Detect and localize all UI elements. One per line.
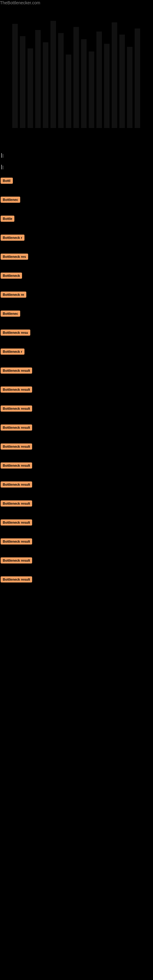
- bottleneck-list: BottlBottlenecBottleBottleneck rBottlene…: [0, 174, 153, 592]
- bottleneck-badge[interactable]: Bottle: [1, 216, 14, 222]
- bottleneck-badge[interactable]: Bottlenec: [1, 310, 20, 317]
- bottleneck-badge[interactable]: Bottleneck result: [1, 368, 32, 374]
- row-spacer: [0, 472, 153, 478]
- row-spacer: [0, 567, 153, 573]
- bottleneck-badge[interactable]: Bottleneck result: [1, 576, 32, 582]
- list-item: Bottleneck r: [0, 231, 153, 244]
- bottleneck-badge[interactable]: Bottleneck result: [1, 557, 32, 563]
- svg-rect-11: [89, 51, 94, 128]
- svg-rect-6: [51, 21, 56, 128]
- row-spacer: [0, 586, 153, 592]
- svg-rect-2: [20, 36, 26, 128]
- list-item: Bottleneck res: [0, 250, 153, 263]
- cursor-line-1: |: [1, 153, 3, 158]
- list-item: Bottleneck result: [0, 573, 153, 586]
- bottleneck-badge[interactable]: Bottleneck r: [1, 235, 24, 241]
- row-spacer: [0, 188, 153, 193]
- row-spacer: [0, 434, 153, 440]
- row-spacer: [0, 244, 153, 250]
- list-item: Bottleneck re: [0, 288, 153, 301]
- list-item: Bottl: [0, 174, 153, 188]
- svg-rect-5: [43, 42, 48, 128]
- bottleneck-badge[interactable]: Bottleneck result: [1, 406, 32, 412]
- list-item: Bottleneck result: [0, 535, 153, 548]
- list-item: Bottleneck r: [0, 345, 153, 358]
- row-spacer: [0, 320, 153, 326]
- svg-rect-10: [81, 39, 87, 128]
- bottleneck-badge[interactable]: Bottl: [1, 178, 13, 184]
- row-spacer: [0, 491, 153, 497]
- bottleneck-badge[interactable]: Bottleneck r: [1, 348, 24, 355]
- bottleneck-badge[interactable]: Bottleneck result: [1, 481, 32, 488]
- svg-rect-4: [35, 30, 41, 128]
- row-spacer: [0, 301, 153, 307]
- site-title-bar: TheBottlenecker.com: [0, 0, 153, 5]
- list-item: Bottleneck result: [0, 440, 153, 453]
- svg-rect-8: [66, 54, 71, 128]
- svg-rect-16: [127, 47, 132, 128]
- list-item: Bottleneck result: [0, 516, 153, 529]
- svg-rect-3: [27, 48, 33, 128]
- cursor-line-2: |: [1, 165, 3, 169]
- list-item: Bottleneck: [0, 269, 153, 282]
- bottleneck-badge[interactable]: Bottlenec: [1, 197, 20, 203]
- row-spacer: [0, 396, 153, 402]
- row-spacer: [0, 415, 153, 421]
- bottleneck-badge[interactable]: Bottleneck result: [1, 425, 32, 431]
- list-item: Bottleneck result: [0, 497, 153, 510]
- svg-rect-17: [135, 29, 140, 128]
- row-spacer: [0, 225, 153, 231]
- row-spacer: [0, 548, 153, 554]
- bottleneck-badge[interactable]: Bottleneck re: [1, 291, 26, 298]
- row-spacer: [0, 510, 153, 516]
- row-spacer: [0, 207, 153, 212]
- bottleneck-badge[interactable]: Bottleneck result: [1, 538, 32, 544]
- bottleneck-badge[interactable]: Bottleneck result: [1, 519, 32, 525]
- main-chart: [0, 5, 153, 137]
- svg-rect-15: [120, 35, 125, 128]
- row-spacer: [0, 529, 153, 535]
- row-spacer: [0, 377, 153, 383]
- list-item: Bottleneck result: [0, 402, 153, 415]
- list-item: Bottleneck result: [0, 478, 153, 491]
- row-spacer: [0, 339, 153, 345]
- list-item: Bottleneck resu: [0, 326, 153, 339]
- bottleneck-badge[interactable]: Bottleneck res: [1, 254, 28, 260]
- svg-rect-12: [96, 32, 102, 128]
- bottleneck-badge[interactable]: Bottleneck result: [1, 463, 32, 469]
- row-spacer: [0, 263, 153, 269]
- svg-rect-7: [58, 33, 64, 128]
- bottleneck-badge[interactable]: Bottleneck result: [1, 387, 32, 393]
- list-item: Bottleneck result: [0, 421, 153, 434]
- list-item: Bottlenec: [0, 193, 153, 207]
- bottleneck-badge[interactable]: Bottleneck result: [1, 444, 32, 450]
- list-item: Bottle: [0, 212, 153, 225]
- list-item: Bottleneck result: [0, 554, 153, 567]
- list-item: Bottleneck result: [0, 459, 153, 472]
- row-spacer: [0, 282, 153, 288]
- svg-rect-13: [104, 44, 110, 128]
- list-item: Bottleneck result: [0, 364, 153, 377]
- list-item: Bottlenec: [0, 307, 153, 320]
- bottleneck-badge[interactable]: Bottleneck resu: [1, 329, 30, 336]
- svg-rect-1: [12, 24, 18, 128]
- svg-rect-14: [112, 22, 117, 128]
- list-item: Bottleneck result: [0, 383, 153, 396]
- svg-rect-9: [73, 27, 79, 128]
- bottleneck-badge[interactable]: Bottleneck: [1, 272, 22, 279]
- text-section: | |: [0, 137, 153, 174]
- bottleneck-badge[interactable]: Bottleneck result: [1, 500, 32, 506]
- row-spacer: [0, 358, 153, 364]
- row-spacer: [0, 453, 153, 459]
